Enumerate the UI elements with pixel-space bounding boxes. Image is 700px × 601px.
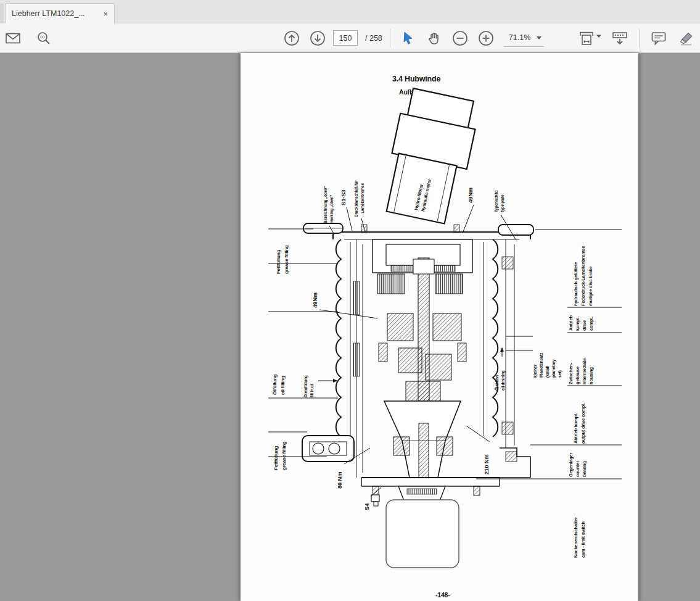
label-torque-49nm-right: 49Nm <box>467 188 474 203</box>
svg-text:S4: S4 <box>363 503 370 510</box>
svg-text:Antrieb: Antrieb <box>568 315 574 331</box>
page-number: -148- <box>435 591 450 599</box>
svg-text:Fettfüllung: Fettfüllung <box>273 446 279 470</box>
svg-text:(small: (small <box>545 366 550 378</box>
select-tool-button[interactable] <box>398 28 419 49</box>
svg-text:49Nm: 49Nm <box>467 188 474 203</box>
label-s4: S4 <box>363 503 370 510</box>
svg-text:49Nm: 49Nm <box>311 292 318 308</box>
section-title: 3.4 Hubwinde <box>392 75 440 83</box>
label-intermediate-housing: Zwischen- gehäuse intermediate housing <box>568 359 594 384</box>
document-tab[interactable]: Liebherr LTM1022_... × <box>5 3 115 23</box>
svg-text:oil draining: oil draining <box>501 370 506 391</box>
svg-text:Ölfüllung: Ölfüllung <box>272 374 278 395</box>
winch-cross-section-diagram: 3.4 Hubwinde Aufbau -148- Hydro-Motor hy… <box>241 53 638 601</box>
zoom-in-button[interactable] <box>476 28 496 49</box>
svg-text:planetary: planetary <box>551 359 556 378</box>
zoom-out-button[interactable] <box>450 28 471 49</box>
label-cam-limit-switch: Nockenendschalter cam - limit switch <box>573 517 586 558</box>
main-toolbar: / 258 71.1% <box>0 23 700 53</box>
page-down-button[interactable] <box>307 28 328 49</box>
svg-text:housing: housing <box>588 367 594 384</box>
svg-text:S1-S3: S1-S3 <box>340 190 347 205</box>
svg-text:Abtrieb kompl.: Abtrieb kompl. <box>573 413 579 444</box>
tab-bar: Liebherr LTM1022_... × <box>0 0 700 23</box>
search-icon[interactable] <box>33 28 54 49</box>
label-small-planetary-set: kleiner Planetensatz (small planetary se… <box>533 352 562 378</box>
highlight-button[interactable] <box>675 28 696 49</box>
svg-text:Öleinfüllung: Öleinfüllung <box>303 375 308 397</box>
svg-text:Federdruck-Lamellenbremse: Federdruck-Lamellenbremse <box>580 246 586 306</box>
scrolling-mode-button[interactable] <box>609 28 630 49</box>
svg-text:drive: drive <box>582 320 587 331</box>
label-pressure-oil-port: Druckölanschluß für ←Lamellenbremse <box>354 180 364 217</box>
svg-text:Ölablass: Ölablass <box>494 375 499 391</box>
svg-text:set): set) <box>558 370 562 378</box>
svg-text:86 Nm: 86 Nm <box>336 471 343 489</box>
svg-text:Gegenlager: Gegenlager <box>568 452 574 477</box>
svg-text:Druckölanschluß für: Druckölanschluß für <box>354 180 358 217</box>
label-drive-complete: Antrieb kompl. drive compl. <box>568 315 594 331</box>
svg-text:cam - limit switch: cam - limit switch <box>580 521 586 558</box>
hand-tool-button[interactable] <box>424 28 445 49</box>
svg-text:intermediate: intermediate <box>582 359 587 384</box>
zoom-level-value: 71.1% <box>509 33 530 42</box>
toolbar-left-group <box>2 23 54 52</box>
limit-switch-housing <box>386 500 459 568</box>
svg-text:Zwischen-: Zwischen- <box>568 362 574 384</box>
document-tab-title: Liebherr LTM1022_... <box>12 9 99 18</box>
svg-text:Typenschild: Typenschild <box>494 191 499 212</box>
fit-width-button[interactable] <box>576 28 603 49</box>
svg-text:←Lamellenbremse: ←Lamellenbremse <box>360 183 364 217</box>
label-torque-86nm: 86 Nm <box>336 471 343 489</box>
label-oil-filling: Ölfüllung oil filling <box>272 374 286 395</box>
label-fill-in-oil: Öleinfüllung fill in oil <box>303 375 314 397</box>
label-grease-filling-bottom: Fettfüllung grease filling <box>273 441 287 470</box>
document-canvas[interactable]: 3.4 Hubwinde Aufbau -148- Hydro-Motor hy… <box>0 53 700 601</box>
label-output-drive-complete: Abtrieb kompl. output drive compl. <box>573 403 586 444</box>
svg-text:counter: counter <box>575 461 580 477</box>
pdf-page: 3.4 Hubwinde Aufbau -148- Hydro-Motor hy… <box>241 53 638 601</box>
svg-text:output drive compl.: output drive compl. <box>580 403 586 444</box>
label-marking-oben: Bezeichnung „oben“ marking „oben“ <box>323 186 334 223</box>
toolbar-right-group <box>576 23 696 52</box>
label-counter-bearing: Gegenlager counter bearing <box>568 452 587 477</box>
svg-text:grease filling: grease filling <box>284 245 289 274</box>
svg-text:grease filling: grease filling <box>281 441 287 470</box>
gearbox-internals <box>373 239 472 478</box>
acrobat-window: { "tab": { "title": "Liebherr LTM1022_..… <box>0 0 700 601</box>
svg-text:hydraulisch gelüftete: hydraulisch gelüftete <box>573 262 579 306</box>
svg-text:type plate: type plate <box>500 194 505 212</box>
svg-text:Nockenendschalter: Nockenendschalter <box>573 517 579 558</box>
svg-text:compl.: compl. <box>588 317 594 331</box>
comment-button[interactable] <box>648 28 669 49</box>
toolbar-separator <box>639 29 640 48</box>
label-grease-filling-top: Fettfüllung grease filling <box>276 245 289 274</box>
page-count-label: / 258 <box>365 34 382 43</box>
label-s1-s3: S1-S3 <box>340 190 347 205</box>
chevron-down-icon <box>537 36 541 39</box>
svg-text:bearing: bearing <box>582 461 587 477</box>
zoom-level-select[interactable]: 71.1% <box>504 30 544 47</box>
svg-text:Fettfüllung: Fettfüllung <box>276 250 281 274</box>
email-icon[interactable] <box>2 28 23 49</box>
tab-close-icon[interactable]: × <box>103 10 108 18</box>
hydraulic-motor <box>380 87 481 226</box>
toolbar-center-group: / 258 71.1% <box>281 23 544 52</box>
svg-text:marking „oben“: marking „oben“ <box>329 195 334 223</box>
svg-text:Planetensatz: Planetensatz <box>539 352 543 378</box>
svg-text:kompl.: kompl. <box>575 317 580 331</box>
label-multiple-disc-brake: hydraulisch gelüftete Federdruck-Lamelle… <box>573 246 593 306</box>
svg-text:210 Nm: 210 Nm <box>483 454 490 475</box>
label-torque-210nm: 210 Nm <box>483 454 490 475</box>
page-number-input[interactable] <box>333 30 358 46</box>
svg-text:fill in oil: fill in oil <box>310 383 314 397</box>
svg-text:gehäuse: gehäuse <box>575 367 580 384</box>
svg-text:Bezeichnung „oben“: Bezeichnung „oben“ <box>323 186 328 223</box>
label-oil-draining: Ölablass oil draining <box>494 370 506 391</box>
window-edge-tab-stub <box>0 4 4 23</box>
page-up-button[interactable] <box>281 28 302 49</box>
toolbar-separator <box>390 29 390 48</box>
svg-text:kleiner: kleiner <box>533 364 537 378</box>
label-torque-49nm-left: 49Nm <box>311 292 318 308</box>
